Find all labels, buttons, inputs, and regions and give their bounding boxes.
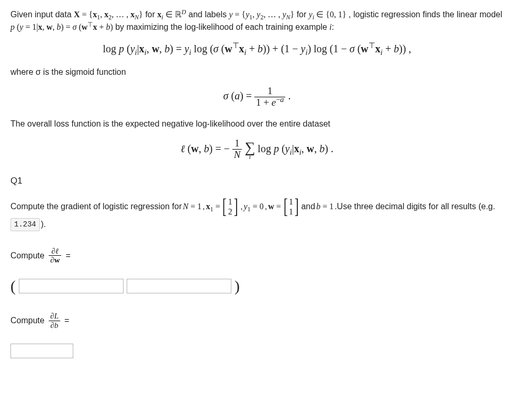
- sigmoid-tail: .: [288, 90, 290, 101]
- intro-text: for: [297, 10, 309, 19]
- q1-and: and: [301, 200, 315, 213]
- loss-intro: The overall loss function is the expecte…: [10, 118, 504, 130]
- q1-tail: .Use three decimal digits for all result…: [334, 200, 495, 213]
- compute1-den: ∂w: [49, 256, 61, 265]
- compute2-den: ∂b: [49, 321, 60, 330]
- intro-text: Given input data: [10, 10, 74, 19]
- q1-prompt: Compute the gradient of logistic regress…: [10, 197, 504, 231]
- q1-y1: y1 = 0: [244, 200, 264, 213]
- compute-text: Compute: [10, 249, 44, 262]
- answer-dLdb-row: [10, 344, 504, 358]
- compute2-num: ∂L: [49, 312, 60, 321]
- intro-math-model: p (y = 1|x, w, b) = σ (w⊤x + b): [10, 22, 113, 31]
- q1-w: w =: [268, 200, 281, 213]
- q1-N: N = 1: [183, 200, 202, 213]
- answer-dldw-row: ( ): [10, 278, 504, 294]
- q1-w-matrix: [ 11 ]: [282, 197, 300, 217]
- sum-symbol: ∑: [244, 144, 255, 151]
- compute1-num: ∂ℓ: [49, 247, 61, 256]
- intro-text: and labels: [188, 10, 229, 19]
- example-code: 1.234: [10, 218, 40, 231]
- compute-text: Compute: [10, 314, 44, 327]
- dldw-input-1[interactable]: [19, 279, 124, 293]
- intro-math-y: y = {y1, y2, … , yN}: [229, 10, 294, 19]
- dLdb-input[interactable]: [10, 344, 73, 358]
- dldw-input-2[interactable]: [127, 279, 231, 293]
- compute-dldw-label: Compute ∂ℓ ∂w =: [10, 247, 71, 265]
- intro-math-X: X = {x1, x2, … , xN}: [74, 10, 143, 19]
- close-paren: ): [234, 278, 240, 294]
- intro-colon: :: [332, 22, 334, 31]
- q1-heading: Q1: [10, 174, 504, 188]
- intro-text: for: [145, 10, 157, 19]
- equation-sigmoid: σ (a) = 1 1 + e−a .: [10, 86, 504, 108]
- compute-dLdb-label: Compute ∂L ∂b =: [10, 312, 69, 330]
- intro-text: by maximizing the log-likelihood of each…: [115, 22, 329, 31]
- sigmoid-den: 1 + e−a: [254, 97, 285, 108]
- q1-tail2: ).: [41, 218, 46, 231]
- intro-paragraph: Given input data X = {x1, x2, … , xN} fo…: [10, 8, 504, 33]
- intro-math-yi: yi ∈ {0, 1}: [309, 10, 347, 19]
- q1-b: b = 1: [316, 200, 333, 213]
- compute1-eq: =: [65, 249, 70, 262]
- q1-text: Compute the gradient of logistic regress…: [10, 200, 182, 213]
- open-paren: (: [10, 278, 16, 294]
- sigmoid-intro: where σ is the sigmoid function: [10, 66, 504, 78]
- loss-frac-num: 1: [232, 138, 242, 150]
- loss-frac-den: N: [232, 150, 242, 161]
- intro-text: , logistic regression finds the linear m…: [349, 10, 502, 19]
- equation-loss: ℓ (w, b) = − 1 N ∑ i log p (yi|xi, w, b)…: [10, 138, 504, 162]
- q1-x1-matrix: [ 12 ]: [221, 197, 239, 217]
- compute2-eq: =: [64, 314, 69, 327]
- intro-math-xi: xi ∈ ℝD: [158, 10, 186, 19]
- equation-loglikelihood: log p (yi|xi, w, b) = yi log (σ (w⊤xi + …: [10, 41, 504, 56]
- q1-x1: x1 =: [206, 200, 220, 213]
